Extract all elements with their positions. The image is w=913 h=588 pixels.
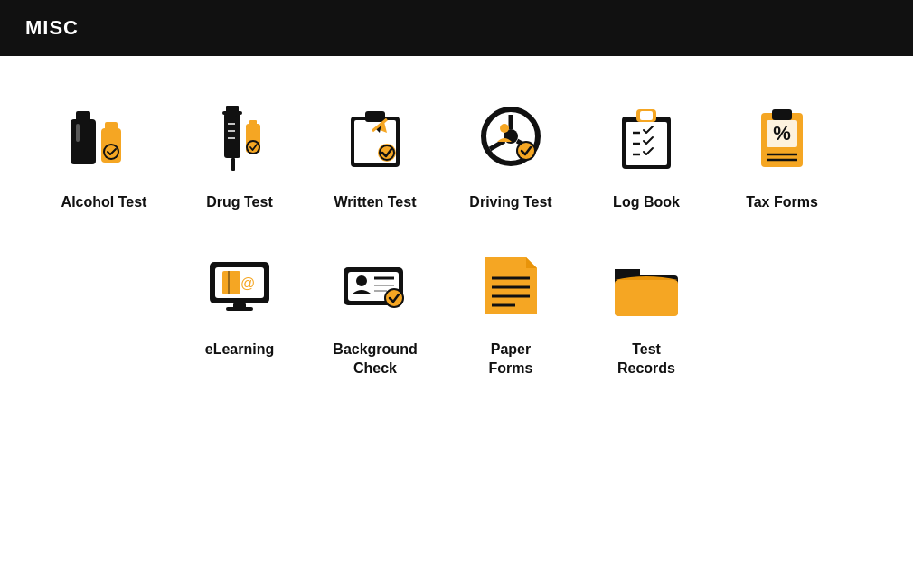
- log-book-icon: [601, 92, 692, 182]
- svg-point-63: [386, 290, 402, 306]
- svg-point-32: [500, 124, 509, 133]
- page-title: MISC: [25, 16, 79, 39]
- svg-rect-38: [640, 111, 653, 120]
- tax-forms-item[interactable]: % Tax Forms: [714, 92, 850, 212]
- drug-test-icon: [194, 92, 285, 182]
- svg-rect-1: [76, 111, 90, 122]
- svg-text:%: %: [773, 122, 791, 145]
- background-check-item[interactable]: Background Check: [307, 239, 443, 378]
- svg-rect-51: [222, 271, 240, 294]
- drug-test-label: Drug Test: [206, 193, 272, 212]
- written-test-icon: [330, 92, 420, 182]
- tax-forms-label: Tax Forms: [746, 193, 818, 212]
- test-records-item[interactable]: Test Records: [579, 239, 714, 378]
- svg-rect-52: [228, 271, 230, 294]
- svg-line-30: [490, 141, 504, 149]
- svg-rect-6: [76, 124, 80, 142]
- alcohol-test-icon: [59, 92, 149, 182]
- written-test-label: Written Test: [334, 193, 417, 212]
- svg-rect-7: [224, 113, 240, 158]
- svg-rect-72: [615, 280, 678, 316]
- written-test-item[interactable]: Written Test: [307, 92, 443, 212]
- log-book-label: Log Book: [613, 193, 680, 212]
- background-check-icon: [330, 239, 420, 330]
- paper-forms-icon: [466, 239, 556, 330]
- driving-test-item[interactable]: Driving Test: [443, 92, 579, 212]
- svg-point-34: [518, 143, 534, 159]
- page-header: MISC: [0, 0, 913, 56]
- svg-text:@: @: [240, 275, 255, 291]
- svg-point-58: [356, 275, 367, 286]
- tax-forms-icon: %: [737, 92, 827, 182]
- test-records-label: Test Records: [617, 341, 675, 378]
- svg-rect-3: [105, 122, 118, 131]
- elearning-item[interactable]: @ eLearning: [172, 239, 307, 359]
- alcohol-test-item[interactable]: Alcohol Test: [36, 92, 172, 212]
- icon-row-2: @ eLearning: [36, 239, 877, 378]
- driving-test-icon: [466, 92, 556, 182]
- main-content: Alcohol Test: [0, 56, 913, 423]
- elearning-icon: @: [194, 239, 285, 330]
- svg-rect-44: [772, 109, 792, 120]
- driving-test-label: Driving Test: [469, 193, 551, 212]
- paper-forms-item[interactable]: Paper Forms: [443, 239, 579, 378]
- background-check-label: Background Check: [333, 341, 417, 378]
- svg-rect-13: [249, 120, 257, 127]
- elearning-label: eLearning: [205, 341, 274, 359]
- svg-rect-11: [226, 106, 239, 113]
- svg-rect-9: [231, 158, 235, 171]
- svg-rect-0: [71, 119, 96, 164]
- test-records-icon: [601, 239, 692, 330]
- paper-forms-label: Paper Forms: [489, 341, 533, 378]
- alcohol-test-label: Alcohol Test: [61, 193, 147, 212]
- svg-marker-65: [526, 257, 537, 268]
- svg-rect-55: [226, 307, 253, 311]
- icon-row-1: Alcohol Test: [36, 92, 877, 212]
- svg-rect-21: [365, 111, 385, 122]
- drug-test-item[interactable]: Drug Test: [172, 92, 307, 212]
- svg-point-15: [248, 142, 259, 153]
- log-book-item[interactable]: Log Book: [579, 92, 714, 212]
